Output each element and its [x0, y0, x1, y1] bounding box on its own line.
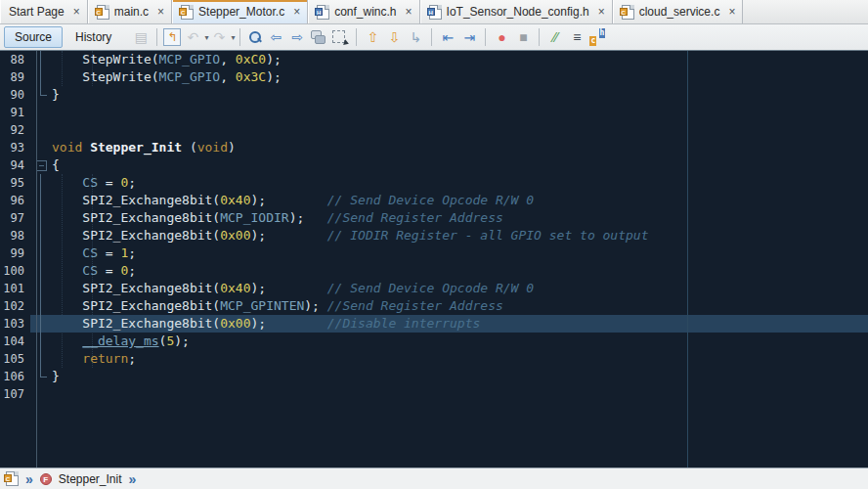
- line-number[interactable]: 90: [0, 86, 30, 104]
- h-file-icon: H: [317, 5, 329, 20]
- line-number[interactable]: 106: [0, 368, 30, 385]
- toolbar-icons: ▤↰↶▾↷▾⇦⇨⇧⇩↳⇤⇥●■⁄⁄≡: [130, 27, 607, 47]
- history-button[interactable]: History: [65, 26, 122, 48]
- code-line[interactable]: }: [52, 86, 868, 104]
- line-number[interactable]: 97: [0, 209, 30, 227]
- code-line[interactable]: SPI2_Exchange8bit(MCP_IODIR); //Send Reg…: [52, 209, 868, 227]
- code-line[interactable]: [52, 385, 868, 403]
- tab-close-icon[interactable]: ×: [293, 6, 300, 18]
- shift-line-left-icon[interactable]: ⇤: [438, 27, 457, 47]
- record-macro-icon[interactable]: ●: [492, 27, 511, 47]
- line-number[interactable]: 105: [0, 350, 30, 368]
- back-icon-dropdown[interactable]: ▾: [204, 33, 208, 42]
- line-number[interactable]: 92: [0, 121, 30, 139]
- line-number[interactable]: 89: [0, 68, 30, 86]
- find-selection-icon[interactable]: [246, 28, 264, 46]
- tab-close-icon[interactable]: ×: [406, 6, 412, 18]
- forward-icon-dropdown[interactable]: ▾: [231, 33, 235, 42]
- code-line[interactable]: [52, 104, 868, 121]
- line-number[interactable]: 98: [0, 227, 30, 244]
- tab-iot-sensor-node-config-h[interactable]: HIoT_Sensor_Node_config.h×: [420, 0, 613, 23]
- tab-start-page[interactable]: Start Page×: [0, 0, 88, 23]
- code-line[interactable]: SPI2_Exchange8bit(MCP_GPINTEN); //Send R…: [52, 297, 868, 315]
- toggle-comment-icon[interactable]: ⁄⁄: [545, 27, 565, 47]
- fold-margin: [30, 104, 52, 121]
- code-row-93: 93void Stepper_Init (void): [0, 139, 868, 156]
- tab-label: Stepper_Motor.c: [198, 5, 284, 19]
- code-line[interactable]: SPI2_Exchange8bit(0x00); // IODIR Regist…: [52, 227, 868, 244]
- header-source-toggle-icon[interactable]: [588, 28, 606, 46]
- tab-label: IoT_Sensor_Node_config.h: [447, 5, 589, 19]
- fold-margin: [30, 315, 52, 333]
- next-bookmark-icon[interactable]: ⇩: [384, 27, 404, 47]
- code-line[interactable]: {: [52, 156, 868, 174]
- line-number[interactable]: 91: [0, 104, 30, 121]
- code-line[interactable]: CS = 0;: [52, 174, 868, 192]
- code-line[interactable]: StepWrite(MCP_GPIO, 0xC0);: [52, 51, 868, 68]
- code-line[interactable]: SPI2_Exchange8bit(0x40); // Send Device …: [52, 192, 868, 209]
- forward-icon[interactable]: ↷: [209, 27, 229, 47]
- tab-close-icon[interactable]: ×: [728, 6, 735, 18]
- line-number[interactable]: 88: [0, 51, 30, 68]
- shift-line-right-icon[interactable]: ⇥: [459, 27, 479, 47]
- fold-margin: [30, 280, 52, 297]
- line-number[interactable]: 104: [0, 333, 30, 350]
- toggle-bookmark-icon[interactable]: ↳: [406, 27, 425, 47]
- code-line[interactable]: CS = 1;: [52, 244, 868, 262]
- code-line[interactable]: return;: [52, 350, 868, 368]
- tab-main-c[interactable]: Cmain.c×: [88, 0, 172, 23]
- tab-cloud-service-c[interactable]: Ccloud_service.c×: [613, 0, 744, 23]
- line-number[interactable]: 102: [0, 297, 30, 315]
- code-line[interactable]: SPI2_Exchange8bit(0x00); //Disable inter…: [52, 315, 868, 333]
- fold-margin: [30, 86, 52, 104]
- chevron-right-icon[interactable]: »: [129, 472, 137, 486]
- line-number[interactable]: 101: [0, 280, 30, 297]
- format-icon[interactable]: ▤: [131, 27, 151, 47]
- line-number[interactable]: 96: [0, 192, 30, 209]
- line-number[interactable]: 95: [0, 174, 30, 192]
- uncomment-icon[interactable]: ≡: [567, 27, 586, 47]
- code-line[interactable]: SPI2_Exchange8bit(0x40); // Send Device …: [52, 280, 868, 297]
- rectangular-selection-icon[interactable]: [330, 27, 350, 47]
- fold-collapse-icon[interactable]: [30, 156, 52, 174]
- tab-bar: Start Page×Cmain.c×CStepper_Motor.c×Hcon…: [0, 0, 868, 24]
- line-number[interactable]: 94: [0, 156, 30, 174]
- line-number[interactable]: 93: [0, 139, 30, 156]
- back-icon[interactable]: ↶: [183, 27, 202, 47]
- line-number[interactable]: 100: [0, 262, 30, 280]
- code-line[interactable]: [52, 121, 868, 139]
- previous-bookmark-icon[interactable]: ⇧: [363, 27, 382, 47]
- chevron-right-icon[interactable]: »: [25, 472, 33, 486]
- toolbar-separator: [485, 28, 486, 46]
- code-line[interactable]: void Stepper_Init (void): [52, 139, 868, 156]
- tab-close-icon[interactable]: ×: [73, 6, 80, 18]
- find-previous-icon[interactable]: ⇦: [266, 27, 285, 47]
- code-row-92: 92: [0, 121, 868, 139]
- tab-conf-winc-h[interactable]: Hconf_winc.h×: [308, 0, 419, 23]
- fold-margin: [30, 68, 52, 86]
- toggle-highlight-search-icon[interactable]: [309, 27, 328, 47]
- c-file-icon[interactable]: C: [6, 471, 19, 486]
- code-row-107: 107: [0, 385, 868, 403]
- code-editor[interactable]: 88 StepWrite(MCP_GPIO, 0xC0);89 StepWrit…: [0, 51, 868, 467]
- line-number[interactable]: 103: [0, 315, 30, 333]
- code-row-106: 106}: [0, 368, 868, 385]
- line-number[interactable]: 107: [0, 385, 30, 403]
- tab-stepper-motor-c[interactable]: CStepper_Motor.c×: [172, 0, 308, 23]
- code-row-91: 91: [0, 104, 868, 121]
- code-line[interactable]: }: [52, 368, 868, 385]
- code-line[interactable]: StepWrite(MCP_GPIO, 0x3C);: [52, 68, 868, 86]
- code-line[interactable]: __delay_ms(5);: [52, 333, 868, 350]
- find-next-icon[interactable]: ⇨: [287, 27, 307, 47]
- code-row-105: 105 return;: [0, 350, 868, 368]
- code-row-99: 99 CS = 1;: [0, 244, 868, 262]
- mplab-editor-window: Start Page×Cmain.c×CStepper_Motor.c×Hcon…: [0, 0, 868, 489]
- code-line[interactable]: CS = 0;: [52, 262, 868, 280]
- last-edit-icon[interactable]: ↰: [163, 28, 181, 46]
- tab-close-icon[interactable]: ×: [598, 6, 605, 18]
- stop-macro-icon[interactable]: ■: [513, 27, 533, 47]
- tab-close-icon[interactable]: ×: [157, 6, 164, 18]
- line-number[interactable]: 99: [0, 244, 30, 262]
- source-button[interactable]: Source: [4, 26, 63, 48]
- breadcrumb-function-label[interactable]: Stepper_Init: [59, 472, 122, 486]
